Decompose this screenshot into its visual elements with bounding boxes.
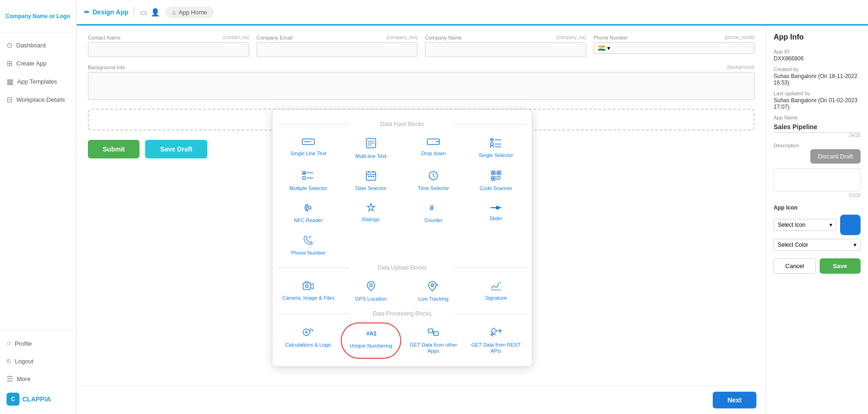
time-selector-label: Time Selector bbox=[418, 185, 449, 191]
form-area: Contact Name {contact_na} Company Email … bbox=[77, 26, 766, 414]
company-name-input[interactable] bbox=[425, 42, 586, 57]
sidebar-item-create-app[interactable]: ⊞ Create App bbox=[0, 54, 76, 72]
counter-icon: # bbox=[428, 203, 438, 215]
block-gps-location[interactable]: GPS Location bbox=[341, 276, 402, 307]
phone-input-wrapper[interactable]: 🇮🇳 ▾ bbox=[594, 42, 755, 54]
svg-point-39 bbox=[308, 206, 311, 209]
block-unique-numbering[interactable]: #A101 Unique Numbering bbox=[341, 322, 402, 359]
block-date-selector[interactable]: Date Selector bbox=[341, 166, 402, 196]
form-row-1: Contact Name {contact_na} Company Email … bbox=[88, 35, 755, 57]
block-drop-down[interactable]: Drop down bbox=[403, 133, 464, 164]
svg-rect-24 bbox=[371, 176, 372, 177]
block-phone-number[interactable]: Phone Number bbox=[278, 230, 339, 261]
single-selector-label: Single Selector bbox=[479, 152, 513, 158]
sidebar-item-profile[interactable]: ○ Profile bbox=[0, 335, 76, 352]
block-get-data-other-apps[interactable]: GET Data from other Apps bbox=[403, 322, 464, 359]
app-home-label: App Home bbox=[179, 9, 207, 16]
company-email-field: Company Email {company_em} bbox=[257, 35, 418, 57]
svg-point-11 bbox=[490, 143, 493, 145]
block-camera-image-files[interactable]: Camera, Image & Files bbox=[278, 276, 339, 307]
app-home-tab[interactable]: ⌂ App Home bbox=[166, 7, 213, 18]
select-color-dropdown[interactable]: Select Color ▾ bbox=[774, 239, 861, 251]
sidebar-item-label: More bbox=[17, 375, 31, 382]
nfc-reader-label: NFC Reader bbox=[294, 217, 323, 223]
block-live-tracking[interactable]: Live Tracking bbox=[403, 276, 464, 307]
sidebar: Company Name or Logo ⊙ Dashboard ⊞ Creat… bbox=[0, 0, 77, 414]
topbar: ✏ Design App ▭ 👤 ⌂ App Home bbox=[77, 0, 868, 26]
data-processing-grid: fx Calculations & Logic #A101 Unique Num… bbox=[272, 322, 532, 359]
cancel-button[interactable]: Cancel bbox=[774, 258, 816, 274]
design-app-link[interactable]: ✏ Design App bbox=[84, 8, 128, 16]
signature-label: Signature bbox=[485, 295, 507, 301]
block-signature[interactable]: Signature bbox=[466, 276, 527, 307]
app-id-row: App ID DXX866806 bbox=[774, 49, 861, 62]
company-email-input[interactable] bbox=[257, 42, 418, 57]
sidebar-item-label: Profile bbox=[15, 340, 32, 347]
right-panel: App Info App ID DXX866806 Created by Suh… bbox=[766, 26, 868, 414]
block-calculations-logic[interactable]: fx Calculations & Logic bbox=[278, 322, 339, 359]
data-input-grid: Single Line Text Multi-line Text Drop do… bbox=[272, 133, 532, 261]
next-button[interactable]: Next bbox=[713, 392, 756, 408]
contact-name-field: Contact Name {contact_na} bbox=[88, 35, 249, 57]
app-name-input[interactable] bbox=[774, 121, 861, 133]
description-textarea[interactable] bbox=[774, 168, 861, 191]
sidebar-item-label: App Templates bbox=[17, 78, 57, 85]
discard-draft-button[interactable]: Discard Draft bbox=[810, 149, 861, 164]
content-area: Contact Name {contact_na} Company Email … bbox=[77, 26, 868, 414]
block-code-scanner[interactable]: Code Scanner bbox=[466, 166, 527, 196]
select-icon-row: Select Icon ▾ bbox=[774, 215, 861, 235]
sidebar-item-logout[interactable]: ⎋ Logout bbox=[0, 352, 76, 370]
svg-rect-44 bbox=[303, 283, 311, 289]
last-updated-row: Last updated by Suhas Bangalore (On 01-0… bbox=[774, 91, 861, 110]
person-icon[interactable]: 👤 bbox=[151, 8, 160, 17]
sidebar-item-label: Workplace Details bbox=[16, 96, 65, 103]
multi-line-text-label: Multi-line Text bbox=[355, 153, 386, 159]
window-icon[interactable]: ▭ bbox=[140, 8, 147, 17]
signature-icon bbox=[490, 281, 502, 292]
phone-number-field: Phone Number {phone_numb} 🇮🇳 ▾ bbox=[594, 35, 755, 57]
svg-point-9 bbox=[491, 139, 492, 140]
app-name-label: App Name bbox=[774, 115, 861, 120]
sidebar-item-label: Create App bbox=[16, 60, 46, 67]
contact-name-tag: {contact_na} bbox=[223, 35, 249, 40]
sidebar-item-more[interactable]: ☰ More bbox=[0, 370, 76, 388]
svg-rect-23 bbox=[368, 176, 370, 177]
sidebar-item-dashboard[interactable]: ⊙ Dashboard bbox=[0, 36, 76, 54]
block-time-selector[interactable]: Time Selector bbox=[403, 166, 464, 196]
sidebar-item-workplace-details[interactable]: ⊟ Workplace Details bbox=[0, 91, 76, 109]
description-label: Description bbox=[774, 143, 861, 148]
block-counter[interactable]: # Counter bbox=[403, 198, 464, 228]
block-slider[interactable]: Slider bbox=[466, 198, 527, 228]
phone-arrow-icon: ▾ bbox=[607, 45, 610, 52]
select-icon-dropdown[interactable]: Select Icon ▾ bbox=[774, 219, 836, 231]
background-info-textarea[interactable] bbox=[88, 72, 755, 100]
block-multi-line-text[interactable]: Multi-line Text bbox=[341, 133, 402, 164]
more-icon: ☰ bbox=[7, 375, 13, 383]
gps-location-label: GPS Location bbox=[355, 296, 387, 302]
brand-label: CLAPPIA bbox=[22, 395, 51, 403]
block-multiple-selector[interactable]: Multiple Selector bbox=[278, 166, 339, 196]
gps-location-icon bbox=[367, 281, 375, 293]
submit-button[interactable]: Submit bbox=[88, 140, 139, 158]
contact-name-input[interactable] bbox=[88, 42, 249, 57]
app-name-char-count: 14/30 bbox=[774, 133, 861, 138]
block-nfc-reader[interactable]: NFC Reader bbox=[278, 198, 339, 228]
save-draft-button[interactable]: Save Draft bbox=[145, 140, 207, 158]
data-processing-section-label: Data Processing Blocks bbox=[272, 310, 532, 317]
block-get-data-rest-apis[interactable]: GET Data from REST APIs bbox=[466, 322, 527, 359]
company-name-tag: {company_na} bbox=[557, 35, 586, 40]
contact-name-label: Contact Name {contact_na} bbox=[88, 35, 249, 40]
chevron-down-icon: ▾ bbox=[854, 242, 856, 248]
save-button[interactable]: Save bbox=[820, 258, 861, 274]
slider-icon bbox=[490, 203, 502, 213]
block-ratings[interactable]: Ratings bbox=[341, 198, 402, 228]
svg-marker-40 bbox=[367, 204, 375, 211]
block-single-selector[interactable]: Single Selector bbox=[466, 133, 527, 164]
app-templates-icon: ▦ bbox=[7, 77, 13, 86]
topbar-icons: ▭ 👤 bbox=[140, 8, 160, 17]
description-row: Description Discard Draft 0/100 bbox=[774, 143, 861, 198]
block-single-line-text[interactable]: Single Line Text bbox=[278, 133, 339, 164]
multiple-selector-icon bbox=[302, 171, 314, 183]
sidebar-item-app-templates[interactable]: ▦ App Templates bbox=[0, 72, 76, 91]
design-app-label: Design App bbox=[93, 8, 128, 16]
